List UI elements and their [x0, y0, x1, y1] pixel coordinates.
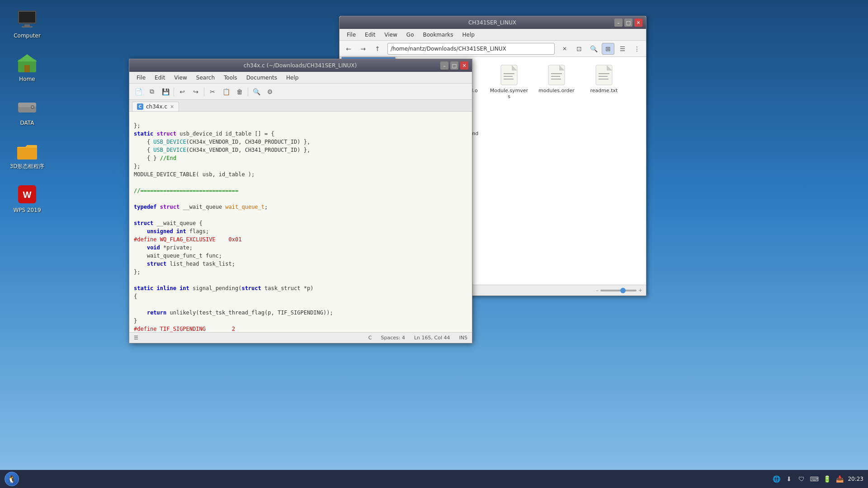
tab-close-button[interactable]: ✕	[170, 104, 174, 110]
list-item[interactable]: Module.symvers	[486, 61, 532, 102]
file-name: readme.txt	[590, 88, 618, 94]
cut-button[interactable]: ✂	[206, 86, 219, 98]
code-display: }; static struct usb_device_id id_table …	[129, 113, 472, 332]
new-button[interactable]: 📄	[132, 86, 145, 98]
home-icon-label: Home	[19, 76, 35, 82]
editor-menu-tools[interactable]: Tools	[220, 74, 241, 82]
text-file-icon-2	[546, 64, 567, 86]
window-controls: – □ ✕	[614, 19, 642, 27]
editor-tab-ch34x[interactable]: C ch34x.c ✕	[132, 102, 179, 111]
file-manager-title: CH341SER_LINUX	[373, 19, 612, 26]
keyboard-icon[interactable]: ⌨	[810, 474, 819, 483]
language-indicator[interactable]: C	[368, 335, 372, 341]
start-button[interactable]: 🐧	[5, 472, 19, 486]
svg-rect-1	[19, 12, 35, 23]
editor-menu-help[interactable]: Help	[283, 74, 302, 82]
menu-help[interactable]: Help	[459, 31, 478, 39]
editor-titlebar: ch34x.c (~/Downloads/CH341SER_LINUX) – □…	[129, 59, 472, 72]
separator-1	[174, 87, 174, 96]
data-icon-label: DATA	[20, 120, 34, 126]
find-button[interactable]: 🔍	[250, 86, 263, 98]
readme-icon	[593, 64, 615, 86]
menu-view[interactable]: View	[381, 31, 401, 39]
home-icon	[16, 52, 38, 74]
desktop-icon-home[interactable]: Home	[9, 52, 45, 82]
shield-icon[interactable]: 🛡	[797, 474, 806, 483]
svg-rect-33	[551, 76, 560, 77]
desktop-icon-3d-folder[interactable]: 3D形态框程序	[9, 140, 45, 169]
computer-icon	[16, 9, 38, 31]
desktop-icon-area: Computer Home DATA	[9, 9, 45, 213]
taskbar: 🐧 🌐 ⬇ 🛡 ⌨ 🔋 📥 20:23	[0, 470, 868, 488]
download-icon[interactable]: ⬇	[784, 474, 793, 483]
redo-button[interactable]: ↪	[189, 86, 202, 98]
svg-rect-27	[504, 73, 514, 74]
zoom-control[interactable]: – +	[596, 287, 642, 293]
delete-button[interactable]: 🗑	[233, 86, 246, 98]
minimize-button[interactable]: –	[614, 19, 623, 27]
menu-file[interactable]: File	[343, 31, 359, 39]
back-button[interactable]: ←	[342, 43, 355, 55]
separator-3	[248, 87, 248, 96]
position-indicator: Ln 165, Col 44	[414, 335, 450, 341]
editor-menubar: File Edit View Search Tools Documents He…	[129, 72, 472, 84]
zoom-slider[interactable]	[600, 290, 637, 291]
start-icon: 🐧	[7, 475, 16, 483]
list-item[interactable]: modules.order	[534, 61, 579, 102]
editor-content[interactable]: }; static struct usb_device_id id_table …	[129, 112, 472, 332]
view-icons-button[interactable]: ⊞	[602, 43, 614, 55]
tab-label: ch34x.c	[146, 103, 167, 110]
maximize-button[interactable]: □	[624, 19, 632, 27]
list-item[interactable]: readme.txt	[581, 61, 627, 102]
svg-rect-2	[24, 24, 30, 26]
copy-button[interactable]: ⧉	[146, 86, 158, 98]
svg-rect-3	[22, 26, 33, 28]
svg-rect-37	[599, 73, 609, 74]
desktop-icon-computer[interactable]: Computer	[9, 9, 45, 39]
desktop-icon-wps[interactable]: W WPS 2019	[9, 183, 45, 213]
editor-menu-view[interactable]: View	[170, 74, 190, 82]
desktop: Computer Home DATA	[0, 0, 868, 488]
spaces-indicator[interactable]: Spaces: 4	[381, 335, 405, 341]
paste-button[interactable]: 📋	[220, 86, 232, 98]
zoom-thumb	[620, 288, 626, 293]
system-time: 20:23	[848, 476, 863, 482]
up-button[interactable]: ↑	[371, 43, 384, 55]
file-manager-titlebar: CH341SER_LINUX – □ ✕	[340, 16, 646, 29]
svg-rect-11	[17, 147, 37, 160]
view-options-button[interactable]: ⋮	[631, 43, 643, 55]
address-bar[interactable]: /home/nantz/Downloads/CH341SER_LINUX	[387, 43, 555, 55]
editor-menu-search[interactable]: Search	[193, 74, 218, 82]
clear-address-button[interactable]: ✕	[558, 43, 571, 55]
wps-icon: W	[16, 183, 38, 205]
taskbar-left: 🐧	[5, 472, 19, 486]
desktop-icon-data[interactable]: DATA	[9, 96, 45, 126]
zoom-minus-icon: –	[596, 287, 599, 293]
undo-button[interactable]: ↩	[176, 86, 189, 98]
editor-minimize-button[interactable]: –	[440, 61, 448, 70]
tray-icon[interactable]: 📥	[835, 474, 844, 483]
editor-menu-documents[interactable]: Documents	[243, 74, 281, 82]
insert-mode-indicator: INS	[459, 335, 467, 341]
menu-go[interactable]: Go	[403, 31, 418, 39]
save-button[interactable]: 💾	[159, 86, 172, 98]
folder-3d-icon	[16, 140, 38, 161]
editor-menu-file[interactable]: File	[133, 74, 149, 82]
editor-menu-edit[interactable]: Edit	[151, 74, 169, 82]
c-file-tab-icon: C	[137, 103, 143, 110]
zoom-plus-icon: +	[638, 287, 642, 293]
network-icon[interactable]: 🌐	[772, 474, 781, 483]
forward-button[interactable]: →	[357, 43, 369, 55]
compile-button[interactable]: ⚙	[264, 86, 276, 98]
battery-icon[interactable]: 🔋	[822, 474, 831, 483]
open-terminal-button[interactable]: ⊡	[573, 43, 585, 55]
separator-2	[204, 87, 204, 96]
editor-maximize-button[interactable]: □	[450, 61, 458, 70]
close-button[interactable]: ✕	[634, 19, 642, 27]
editor-close-button[interactable]: ✕	[460, 61, 468, 70]
file-manager-menubar: File Edit View Go Bookmarks Help	[340, 29, 646, 41]
menu-edit[interactable]: Edit	[361, 31, 379, 39]
menu-bookmarks[interactable]: Bookmarks	[419, 31, 457, 39]
view-details-button[interactable]: ☰	[616, 43, 629, 55]
search-button[interactable]: 🔍	[587, 43, 600, 55]
